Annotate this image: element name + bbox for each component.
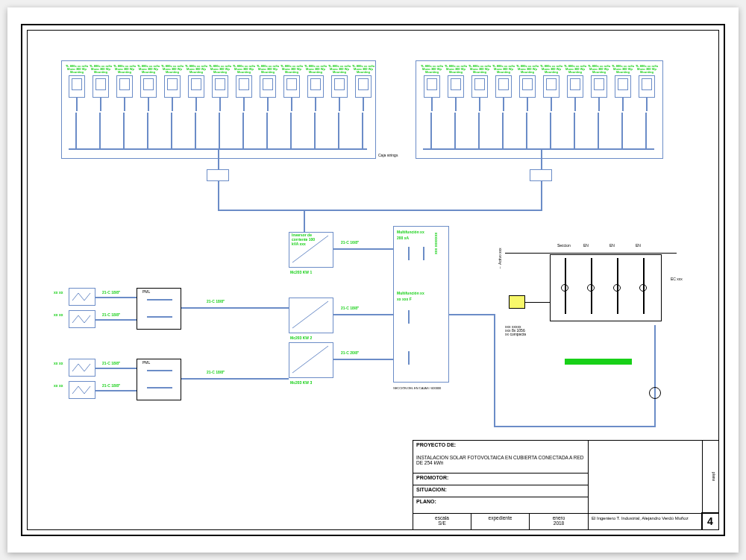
outer-frame: TL 800c xx rolloMono 300 WpMountingTL 80… — [21, 24, 725, 536]
string-drop — [621, 113, 623, 148]
svg-line-1 — [292, 301, 328, 328]
wire — [95, 368, 137, 369]
pv-module: TL 800c xx rolloMono 300 WpMounting — [563, 65, 587, 111]
wire — [449, 314, 494, 315]
pv-module: TL 800c xx rolloMono 300 WpMounting — [351, 65, 375, 111]
inverter-3 — [289, 342, 333, 378]
pv-module: TL 800c xx rolloMono 300 WpMounting — [420, 65, 444, 111]
pv-module: TL 800c xx rolloMono 300 WpMounting — [304, 65, 327, 111]
wire — [95, 319, 137, 321]
pv-module: TL 800c xx rolloMono 300 WpMounting — [444, 65, 468, 111]
mini-panel — [69, 288, 95, 306]
busbar — [505, 253, 677, 254]
wire — [218, 210, 542, 211]
side-label: plano — [712, 472, 716, 481]
expediente-label: expediente — [474, 515, 526, 520]
pv-module: TL 800c xx rolloMono 300 WpMounting — [65, 65, 89, 111]
cable-label: 21-C 18/8" — [102, 291, 120, 295]
wire — [494, 426, 654, 427]
wire — [525, 302, 550, 303]
string-drop — [266, 113, 268, 148]
mini-panel — [69, 381, 95, 399]
panel-n2-b: xx xxx F — [397, 298, 412, 301]
inv1-tag: 21-C 16/8" — [341, 241, 359, 245]
array-left-label: Caja strings — [378, 153, 398, 157]
main-panel — [393, 226, 449, 383]
wire — [333, 359, 393, 360]
wire-label: 21-C 18/8" — [207, 300, 225, 303]
string-drop — [362, 113, 363, 148]
proyecto-label: PROYECTO DE: — [416, 442, 585, 447]
sy-l3: EN — [609, 243, 615, 248]
sy-out: EC xxx — [671, 277, 683, 281]
string-drop — [502, 113, 504, 148]
string-drop — [430, 113, 432, 148]
mini-panel — [69, 310, 95, 328]
panel-side: xxx xxxxxxx — [434, 233, 438, 254]
string-drop — [338, 113, 339, 148]
pv-module: TL 800c xx rolloMono 300 WpMounting — [137, 65, 160, 111]
panel-footer: SECCION DEL EN CAJAS / 600000 — [393, 386, 441, 390]
escala-value: S/E — [416, 520, 468, 526]
string-drop — [290, 113, 292, 148]
mini-label: xx xx — [54, 384, 66, 388]
pml-label: PML — [142, 360, 150, 365]
engineer: El Ingeniero T. Industrial, Alejandro Ve… — [592, 516, 689, 520]
brk — [408, 310, 410, 324]
wire — [218, 181, 219, 211]
switchyard-label-bar — [565, 359, 632, 365]
wire — [95, 390, 137, 391]
pv-module: TL 800c xx rolloMono 300 WpMounting — [539, 65, 563, 111]
pv-module: TL 800c xx rolloMono 300 WpMounting — [160, 65, 184, 111]
mini-label: xx xx — [54, 313, 66, 317]
string-drop — [195, 113, 196, 148]
combiner-left — [207, 169, 229, 181]
wire — [181, 307, 289, 309]
plano-label: PLANO: — [416, 499, 436, 504]
drop-right — [541, 148, 542, 169]
wire — [541, 181, 542, 211]
string-drop — [242, 113, 244, 148]
pml-box — [137, 288, 181, 330]
bus-right — [423, 148, 654, 150]
string-drop — [598, 113, 599, 148]
pv-module: TL 800c xx rolloMono 300 WpMounting — [515, 65, 539, 111]
fecha-label: enero — [533, 515, 585, 520]
pv-module: TL 800c xx rolloMono 300 WpMounting — [113, 65, 137, 111]
wire — [95, 297, 137, 298]
wire — [333, 248, 393, 250]
pv-module: TL 800c xx rolloMono 300 WpMounting — [232, 65, 256, 111]
sy-l2: EN — [583, 243, 589, 248]
string-drop — [526, 113, 527, 148]
string-drop — [171, 113, 172, 148]
string-drop — [454, 113, 456, 148]
combiner-right — [530, 169, 552, 181]
ct-icon — [561, 284, 568, 292]
sy-l1: Seccion — [557, 243, 571, 248]
drop-left — [218, 148, 219, 169]
proyecto-value: INSTALACION SOLAR FOTOVOLTAICA EN CUBIER… — [416, 455, 585, 465]
brk — [423, 247, 424, 260]
brk — [408, 351, 410, 365]
wire — [181, 378, 289, 380]
inv2-tag: 21-C 18/8" — [341, 306, 359, 310]
pv-module: TL 800c xx rolloMono 300 WpMounting — [280, 65, 304, 111]
ct-icon — [587, 284, 595, 292]
drawing-page: TL 800c xx rolloMono 300 WpMountingTL 80… — [7, 7, 739, 553]
string-drop — [219, 113, 220, 148]
inner-frame: TL 800c xx rolloMono 300 WpMountingTL 80… — [27, 30, 719, 530]
ct-icon — [613, 284, 621, 292]
ct-icon — [639, 284, 647, 292]
arrow-note: ← Activo xxx — [498, 248, 502, 269]
pv-module: TL 800c xx rolloMono 300 WpMounting — [635, 65, 659, 111]
panel-title: Multifunción xx — [397, 230, 427, 234]
pv-module: TL 800c xx rolloMono 300 WpMounting — [208, 65, 232, 111]
inv1-lbl3: kVA xxx — [292, 242, 316, 246]
string-drop — [645, 113, 647, 148]
cable-label: 21-C 18/8" — [102, 313, 120, 317]
pv-module: TL 800c xx rolloMono 300 WpMounting — [492, 65, 515, 111]
wire — [494, 314, 495, 426]
relay-box — [509, 295, 525, 309]
pv-module: TL 800c xx rolloMono 300 WpMounting — [327, 65, 351, 111]
pv-module: TL 800c xx rolloMono 300 WpMounting — [89, 65, 113, 111]
